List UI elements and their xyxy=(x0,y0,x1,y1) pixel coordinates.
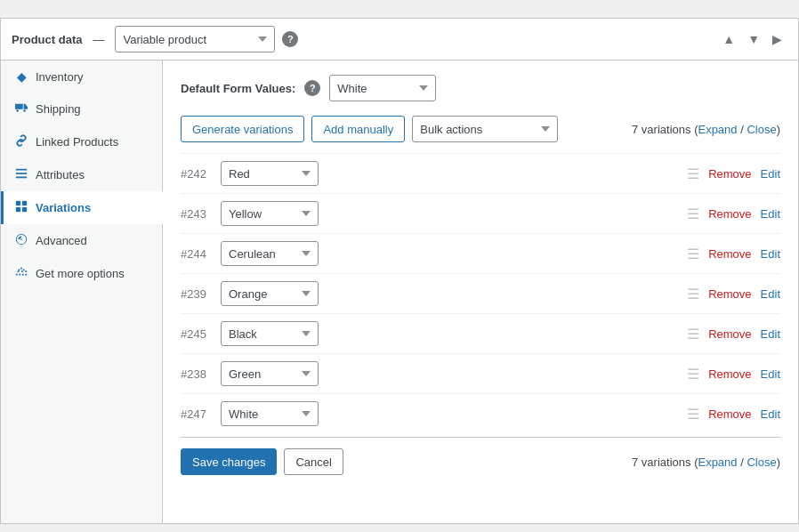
header-arrows: ▲ ▼ ▶ xyxy=(717,28,787,50)
sidebar-item-linked-products[interactable]: Linked Products xyxy=(1,125,162,158)
product-data-header: Product data — Variable product Simple p… xyxy=(1,19,798,60)
svg-rect-6 xyxy=(22,201,27,206)
drag-handle-icon[interactable]: ☰ xyxy=(687,366,699,383)
default-form-help-icon[interactable]: ? xyxy=(304,80,320,96)
sidebar-item-label: Inventory xyxy=(36,70,83,84)
variation-list: #242Any ColorRedYellowCeruleanOrangeBlac… xyxy=(181,153,780,433)
add-manually-button[interactable]: Add manually xyxy=(311,116,405,142)
advanced-icon xyxy=(14,233,28,248)
table-row: #243Any ColorRedYellowCeruleanOrangeBlac… xyxy=(181,193,780,233)
sidebar-item-label: Advanced xyxy=(36,234,87,247)
sidebar-item-advanced[interactable]: Advanced xyxy=(1,224,162,257)
drag-handle-icon[interactable]: ☰ xyxy=(687,246,699,262)
arrow-down-button[interactable]: ▼ xyxy=(742,28,765,50)
product-data-title: Product data xyxy=(12,33,82,46)
remove-variation-link[interactable]: Remove xyxy=(708,207,751,221)
table-row: #238Any ColorRedYellowCeruleanOrangeBlac… xyxy=(181,353,780,393)
footer-row: Save changes Cancel 7 variations (Expand… xyxy=(181,437,780,475)
default-form-row: Default Form Values: ? White Any Color R… xyxy=(181,75,780,101)
shipping-icon xyxy=(14,101,28,117)
variations-icon xyxy=(14,200,28,215)
drag-handle-icon[interactable]: ☰ xyxy=(687,406,699,423)
help-icon[interactable]: ? xyxy=(282,31,298,47)
variation-id: #247 xyxy=(181,407,212,421)
expand-link[interactable]: Expand xyxy=(698,123,737,136)
variation-color-select[interactable]: Any ColorRedYellowCeruleanOrangeBlackGre… xyxy=(221,361,319,386)
variation-color-select[interactable]: Any ColorRedYellowCeruleanOrangeBlackGre… xyxy=(221,161,319,186)
svg-rect-5 xyxy=(16,201,20,206)
product-type-select[interactable]: Variable product Simple product Grouped … xyxy=(115,26,275,52)
edit-variation-link[interactable]: Edit xyxy=(761,367,780,381)
drag-handle-icon[interactable]: ☰ xyxy=(687,165,699,182)
edit-variation-link[interactable]: Edit xyxy=(761,407,780,421)
variation-color-select[interactable]: Any ColorRedYellowCeruleanOrangeBlackGre… xyxy=(221,201,319,226)
footer-expand-link[interactable]: Expand xyxy=(698,455,737,469)
remove-variation-link[interactable]: Remove xyxy=(708,367,751,381)
variation-color-select[interactable]: Any ColorRedYellowCeruleanOrangeBlackGre… xyxy=(221,321,319,346)
attributes-icon xyxy=(14,167,28,182)
sidebar-item-attributes[interactable]: Attributes xyxy=(1,158,162,191)
variation-color-select[interactable]: Any ColorRedYellowCeruleanOrangeBlackGre… xyxy=(221,241,319,266)
drag-handle-icon[interactable]: ☰ xyxy=(687,286,699,302)
arrow-up-button[interactable]: ▲ xyxy=(717,28,740,50)
variation-id: #238 xyxy=(181,367,212,381)
edit-variation-link[interactable]: Edit xyxy=(761,207,780,221)
bulk-actions-select[interactable]: Bulk actions Delete all variations Set r… xyxy=(412,116,558,142)
drag-handle-icon[interactable]: ☰ xyxy=(687,326,699,343)
table-row: #244Any ColorRedYellowCeruleanOrangeBlac… xyxy=(181,233,780,273)
footer-variations-count: 7 variations (Expand / Close) xyxy=(632,455,780,469)
svg-rect-2 xyxy=(16,169,27,171)
table-row: #242Any ColorRedYellowCeruleanOrangeBlac… xyxy=(181,153,780,193)
svg-rect-8 xyxy=(22,207,27,212)
sidebar-item-label: Variations xyxy=(36,201,91,214)
sidebar-item-label: Get more options xyxy=(36,267,125,280)
main-content: Default Form Values: ? White Any Color R… xyxy=(163,60,798,523)
arrow-right-button[interactable]: ▶ xyxy=(767,28,787,50)
table-row: #239Any ColorRedYellowCeruleanOrangeBlac… xyxy=(181,273,780,313)
sidebar-item-variations[interactable]: Variations xyxy=(1,191,163,224)
edit-variation-link[interactable]: Edit xyxy=(761,287,780,301)
drag-handle-icon[interactable]: ☰ xyxy=(687,206,699,222)
svg-rect-4 xyxy=(16,177,27,179)
cancel-button[interactable]: Cancel xyxy=(284,448,343,475)
edit-variation-link[interactable]: Edit xyxy=(761,167,780,181)
product-data-body: ◆ Inventory Shipping Linked Products At xyxy=(1,60,798,523)
header-dash: — xyxy=(93,33,104,46)
svg-rect-3 xyxy=(16,173,27,174)
sidebar-item-label: Linked Products xyxy=(36,135,118,149)
remove-variation-link[interactable]: Remove xyxy=(708,167,751,181)
inventory-icon: ◆ xyxy=(14,69,28,84)
svg-point-0 xyxy=(16,109,19,112)
sidebar-item-inventory[interactable]: ◆ Inventory xyxy=(1,60,162,93)
variation-id: #245 xyxy=(181,327,212,341)
remove-variation-link[interactable]: Remove xyxy=(708,287,751,301)
linked-products-icon xyxy=(14,134,28,149)
variation-color-select[interactable]: Any ColorRedYellowCeruleanOrangeBlackGre… xyxy=(221,281,319,306)
default-form-label: Default Form Values: xyxy=(181,82,295,95)
sidebar-item-label: Shipping xyxy=(36,102,81,116)
remove-variation-link[interactable]: Remove xyxy=(708,247,751,261)
svg-point-1 xyxy=(23,109,26,112)
sidebar-item-get-more-options[interactable]: Get more options xyxy=(1,257,162,290)
remove-variation-link[interactable]: Remove xyxy=(708,327,751,341)
default-form-select[interactable]: White Any Color Red Yellow Cerulean Oran… xyxy=(329,75,436,101)
variation-id: #242 xyxy=(181,167,212,181)
variation-id: #243 xyxy=(181,207,212,221)
close-link[interactable]: Close xyxy=(747,123,776,136)
variation-color-select[interactable]: Any ColorRedYellowCeruleanOrangeBlackGre… xyxy=(221,401,319,426)
get-more-options-icon xyxy=(14,266,28,281)
remove-variation-link[interactable]: Remove xyxy=(708,407,751,421)
edit-variation-link[interactable]: Edit xyxy=(761,247,780,261)
table-row: #247Any ColorRedYellowCeruleanOrangeBlac… xyxy=(181,393,780,433)
footer-close-link[interactable]: Close xyxy=(747,455,776,469)
sidebar-item-shipping[interactable]: Shipping xyxy=(1,93,162,125)
variation-id: #239 xyxy=(181,287,212,301)
variation-id: #244 xyxy=(181,247,212,261)
sidebar: ◆ Inventory Shipping Linked Products At xyxy=(1,60,163,523)
edit-variation-link[interactable]: Edit xyxy=(761,327,780,341)
generate-variations-button[interactable]: Generate variations xyxy=(181,116,304,142)
table-row: #245Any ColorRedYellowCeruleanOrangeBlac… xyxy=(181,313,780,353)
sidebar-item-label: Attributes xyxy=(36,168,85,181)
actions-row: Generate variations Add manually Bulk ac… xyxy=(181,116,780,142)
save-changes-button[interactable]: Save changes xyxy=(181,448,277,475)
